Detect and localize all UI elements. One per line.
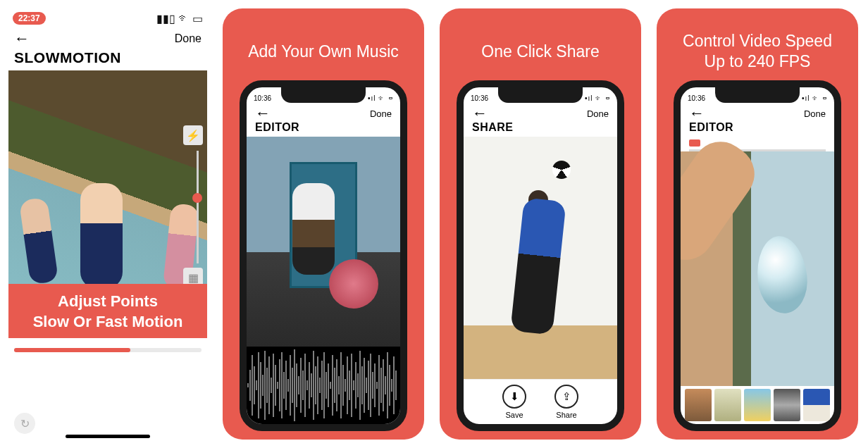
clip-thumbnails[interactable] bbox=[681, 386, 834, 424]
done-button[interactable]: Done bbox=[587, 108, 609, 119]
page-title: SHARE bbox=[464, 121, 617, 137]
download-icon: ⬇ bbox=[502, 385, 526, 409]
phone-notch bbox=[715, 87, 800, 103]
promo-panel-music: Add Your Own Music 10:36 •ıl ᯤ ▭ ← Done … bbox=[223, 8, 424, 440]
promo-headline: One Click Share bbox=[471, 23, 609, 80]
page-title: EDITOR bbox=[681, 121, 834, 137]
status-indicators: ▮▮▯ ᯤ ▭ bbox=[156, 12, 203, 25]
promo-headline: Control Video Speed Up to 240 FPS bbox=[673, 23, 842, 80]
page-title: SLOWMOTION bbox=[8, 46, 207, 70]
video-preview[interactable] bbox=[247, 137, 400, 347]
promo-headline-line1: Control Video Speed bbox=[683, 31, 832, 51]
done-button[interactable]: Done bbox=[370, 108, 392, 119]
promo-headline-line2: Up to 240 FPS bbox=[683, 51, 832, 72]
video-preview[interactable] bbox=[464, 137, 617, 379]
share-icon: ⇪ bbox=[554, 385, 578, 409]
overlay-caption: Adjust Points Slow Or Fast Motion bbox=[8, 284, 207, 338]
signal-icon: ▮▮▯ bbox=[156, 12, 175, 25]
status-time: 10:36 bbox=[688, 94, 705, 102]
phone-notch bbox=[498, 87, 583, 103]
status-bar: 22:37 ▮▮▯ ᯤ ▭ bbox=[8, 8, 207, 28]
playback-progress-fill bbox=[14, 348, 130, 352]
promo-panel-share: One Click Share 10:36 •ıl ᯤ ▭ ← Done SHA… bbox=[440, 8, 641, 440]
status-time: 10:36 bbox=[254, 94, 271, 102]
battery-icon: ▭ bbox=[192, 12, 203, 25]
speed-fast-icon[interactable]: ⚡ bbox=[183, 125, 203, 145]
nav-bar: ← Done bbox=[8, 28, 207, 46]
back-arrow-icon[interactable]: ← bbox=[14, 31, 30, 46]
phone-frame: 10:36 •ıl ᯤ ▭ ← Done EDITOR bbox=[674, 80, 841, 431]
status-time-pill: 22:37 bbox=[13, 12, 46, 25]
overlay-caption-line1: Adjust Points bbox=[13, 291, 203, 312]
status-indicators: •ıl ᯤ ▭ bbox=[368, 94, 393, 102]
save-button[interactable]: ⬇ Save bbox=[502, 385, 526, 419]
phone-frame: 10:36 •ıl ᯤ ▭ ← Done SHARE ⬇ Save ⇪ Shar… bbox=[457, 80, 624, 431]
status-indicators: •ıl ᯤ ▭ bbox=[585, 94, 610, 102]
thumbnail[interactable] bbox=[803, 389, 830, 421]
thumbnail[interactable] bbox=[744, 389, 771, 421]
promo-panel-slowmotion: 22:37 ▮▮▯ ᯤ ▭ ← Done SLOWMOTION ⚡ ▦ Adju… bbox=[8, 8, 207, 440]
home-indicator bbox=[66, 435, 150, 438]
audio-waveform[interactable] bbox=[247, 347, 400, 424]
video-preview[interactable]: ⚡ ▦ Adjust Points Slow Or Fast Motion bbox=[8, 70, 207, 338]
share-label: Share bbox=[556, 411, 576, 419]
playback-progress[interactable] bbox=[14, 348, 202, 352]
promo-panel-fps: Control Video Speed Up to 240 FPS 10:36 … bbox=[657, 8, 858, 440]
timeline-marker-icon[interactable] bbox=[689, 139, 700, 147]
wifi-icon: ᯤ bbox=[178, 12, 190, 25]
status-time: 10:36 bbox=[471, 94, 488, 102]
share-toolbar: ⬇ Save ⇪ Share bbox=[464, 379, 617, 424]
promo-headline: Add Your Own Music bbox=[238, 23, 409, 80]
save-label: Save bbox=[505, 411, 523, 419]
replay-button[interactable]: ↻ bbox=[14, 413, 35, 434]
phone-notch bbox=[281, 87, 366, 103]
done-button[interactable]: Done bbox=[175, 32, 202, 45]
back-arrow-icon[interactable]: ← bbox=[472, 106, 488, 121]
overlay-caption-line2: Slow Or Fast Motion bbox=[13, 311, 203, 332]
done-button[interactable]: Done bbox=[804, 108, 826, 119]
speed-slider-knob[interactable] bbox=[192, 193, 202, 203]
status-indicators: •ıl ᯤ ▭ bbox=[802, 94, 827, 102]
thumbnail[interactable] bbox=[714, 389, 741, 421]
back-arrow-icon[interactable]: ← bbox=[255, 106, 271, 121]
back-arrow-icon[interactable]: ← bbox=[689, 106, 705, 121]
share-button[interactable]: ⇪ Share bbox=[554, 385, 578, 419]
speed-slider[interactable] bbox=[197, 151, 199, 263]
page-title: EDITOR bbox=[247, 121, 400, 137]
phone-frame: 10:36 •ıl ᯤ ▭ ← Done EDITOR bbox=[240, 80, 407, 431]
thumbnail[interactable] bbox=[685, 389, 712, 421]
video-preview[interactable] bbox=[681, 151, 834, 386]
thumbnail[interactable] bbox=[774, 389, 800, 421]
